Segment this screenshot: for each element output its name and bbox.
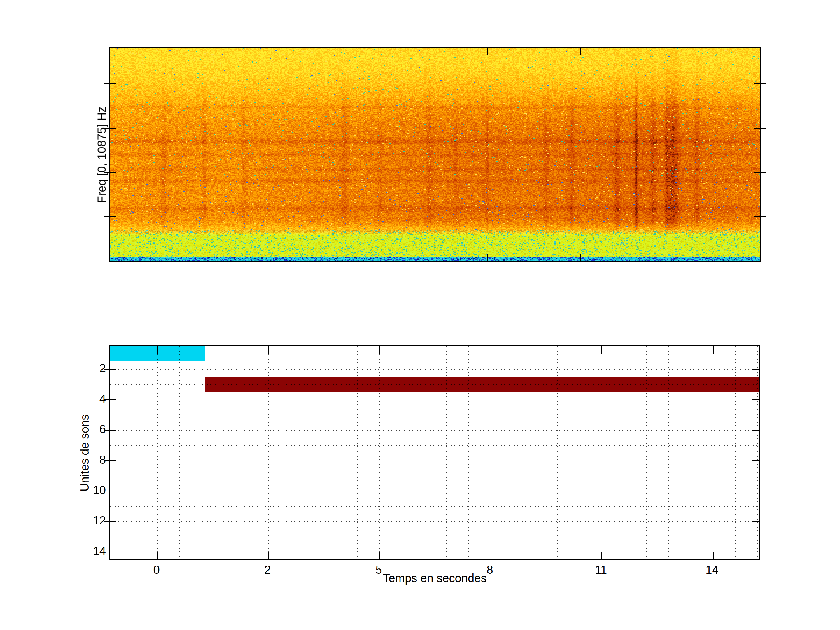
x-tick-mark (580, 48, 581, 55)
spectrogram-plot (109, 47, 761, 262)
x-tick-mark (713, 551, 714, 559)
y-tick-label: 6 (68, 423, 106, 435)
x-tick-mark (487, 48, 488, 55)
y-tick-mark (753, 551, 759, 553)
x-tick-mark (268, 346, 269, 354)
x-tick-label: 11 (595, 564, 607, 575)
y-tick-mark (104, 521, 116, 522)
y-tick-label: 2 (68, 362, 106, 374)
x-tick-mark (268, 551, 269, 559)
y-tick-label: 12 (68, 515, 106, 526)
x-tick-mark (602, 346, 602, 354)
x-tick-mark (713, 346, 714, 354)
y-tick-mark (104, 551, 116, 553)
x-tick-mark (602, 551, 602, 559)
bar-plot-xlabel: Temps en secondes (383, 572, 487, 585)
x-tick-label: 0 (153, 564, 159, 575)
y-tick-mark (753, 429, 759, 431)
axis-ticks-layer (110, 346, 759, 559)
y-tick-mark (104, 429, 116, 431)
x-tick-mark (487, 254, 488, 261)
x-tick-mark (157, 346, 158, 354)
x-tick-label: 8 (486, 564, 493, 575)
y-tick-mark (104, 216, 116, 217)
y-tick-label: 8 (68, 454, 106, 466)
x-tick-mark (157, 551, 158, 559)
x-tick-mark (204, 48, 204, 55)
y-tick-label: 14 (68, 545, 106, 557)
x-tick-mark (379, 346, 381, 354)
y-tick-mark (104, 369, 116, 369)
y-tick-mark (104, 84, 116, 84)
x-tick-label: 14 (706, 564, 718, 575)
y-tick-mark (754, 128, 766, 129)
x-tick-mark (491, 551, 491, 559)
y-tick-mark (754, 216, 766, 217)
y-tick-mark (104, 399, 116, 400)
x-tick-mark (379, 551, 381, 559)
x-tick-label: 5 (375, 564, 382, 575)
x-tick-label: 2 (264, 564, 271, 575)
matlab-figure: Freq [0, 10875] Hz Unites de sons Temps … (0, 0, 840, 630)
units-bar-plot (109, 345, 760, 560)
y-tick-label: 4 (68, 393, 106, 404)
y-tick-label: 10 (68, 484, 106, 496)
y-tick-mark (753, 460, 759, 461)
y-tick-mark (104, 491, 116, 491)
spectrogram-ticks-layer (110, 48, 760, 261)
x-tick-mark (204, 254, 204, 261)
y-tick-mark (753, 399, 759, 400)
y-tick-mark (104, 460, 116, 461)
y-tick-mark (754, 84, 766, 84)
x-tick-mark (491, 346, 491, 354)
y-tick-mark (753, 491, 759, 491)
x-tick-mark (580, 254, 581, 261)
y-tick-mark (753, 521, 759, 522)
y-tick-mark (753, 369, 759, 369)
spectrogram-ylabel: Freq [0, 10875] Hz (95, 106, 109, 203)
y-tick-mark (754, 172, 766, 173)
